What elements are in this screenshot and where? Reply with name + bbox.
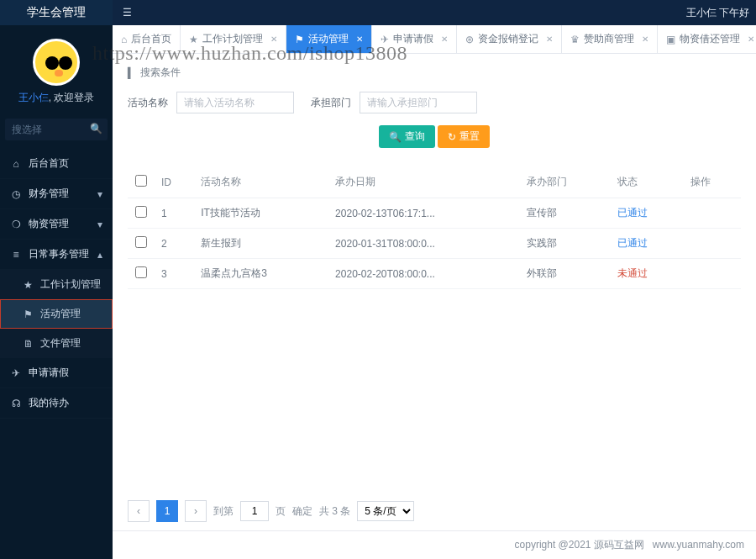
tab-label: 后台首页 [131, 32, 171, 46]
filter-dept-input[interactable] [360, 92, 477, 113]
pager-page-input[interactable] [240, 501, 269, 521]
nav-icon: ◷ [10, 188, 22, 200]
nav-item[interactable]: ◷财务管理▾ [0, 179, 113, 209]
query-button[interactable]: 🔍查询 [379, 125, 435, 148]
sub-nav-item[interactable]: ★工作计划管理 [0, 270, 113, 299]
cell-id: 2 [155, 229, 194, 259]
tab-label: 赞助商管理 [584, 32, 634, 46]
tab[interactable]: ⌂后台首页 [113, 25, 181, 53]
sidebar-search: 🔍 [5, 119, 108, 140]
nav-icon: ✈ [10, 367, 22, 379]
data-table: ID活动名称承办日期承办部门状态操作 1 IT技能节活动 2020-02-13T… [128, 166, 741, 289]
nav-icon: ≡ [10, 249, 22, 261]
tab-icon: ✈ [381, 34, 389, 45]
cell-dept: 宣传部 [520, 198, 611, 229]
welcome-text: , 欢迎登录 [49, 92, 95, 103]
tab-label: 申请请假 [393, 32, 433, 46]
close-icon[interactable]: ✕ [356, 34, 363, 44]
close-icon[interactable]: ✕ [546, 34, 553, 44]
tab-icon: ▣ [666, 34, 675, 45]
footer-copy: copyright @2021 源码互益网 [515, 539, 644, 551]
cell-id: 1 [155, 198, 194, 229]
select-all-checkbox[interactable] [135, 175, 147, 187]
footer-link[interactable]: www.yuanmahy.com [653, 539, 744, 551]
nav-label: 物资管理 [29, 217, 69, 231]
tab-label: 活动管理 [308, 32, 349, 46]
user-greeting: 王小仨 下午好 [686, 6, 756, 20]
cell-dept: 实践部 [520, 229, 611, 259]
pager-prev[interactable]: ‹ [128, 500, 150, 522]
footer: copyright @2021 源码互益网 www.yuanmahy.com [113, 530, 756, 559]
refresh-icon: ↻ [448, 131, 456, 143]
cell-name: 新生报到 [194, 229, 328, 259]
pager-size-select[interactable]: 5 条/页 [357, 501, 414, 521]
column-header: 状态 [611, 166, 685, 198]
table-row: 2 新生报到 2020-01-31T08:00:0... 实践部 已通过 [128, 229, 741, 259]
sub-nav-icon: 🗎 [24, 338, 35, 350]
pager-to-label: 到第 [213, 504, 234, 519]
column-header: 承办部门 [520, 166, 611, 198]
main-area: ☰ 王小仨 下午好 ⌂后台首页★工作计划管理✕⚑活动管理✕✈申请请假✕⊛资金报销… [113, 0, 756, 559]
search-icon: 🔍 [389, 131, 402, 143]
row-checkbox[interactable] [135, 236, 147, 248]
close-icon[interactable]: ✕ [441, 34, 448, 44]
cell-status: 已通过 [611, 198, 685, 229]
sub-nav-item[interactable]: ⚑活动管理 [0, 299, 113, 329]
tab-icon: ⊛ [465, 34, 474, 45]
nav-label: 申请请假 [29, 366, 69, 380]
sidebar: 学生会管理 王小仨, 欢迎登录 🔍 ⌂后台首页◷财务管理▾❍物资管理▾≡日常事务… [0, 0, 113, 559]
cell-id: 3 [155, 259, 194, 289]
close-icon[interactable]: ✕ [270, 34, 277, 44]
cell-dept: 外联部 [520, 259, 611, 289]
nav-item[interactable]: ☊我的待办 [0, 388, 113, 419]
topbar: ☰ 王小仨 下午好 [113, 0, 756, 25]
chevron-down-icon: ▾ [97, 219, 102, 230]
cell-date: 2020-01-31T08:00:0... [328, 229, 520, 259]
tab[interactable]: ♛赞助商管理✕ [562, 25, 658, 53]
chevron-down-icon: ▾ [97, 188, 102, 200]
nav-item[interactable]: ❍物资管理▾ [0, 209, 113, 240]
profile-block: 王小仨, 欢迎登录 [0, 25, 113, 115]
sub-nav-icon: ⚑ [24, 309, 35, 320]
hamburger-icon[interactable]: ☰ [113, 7, 141, 18]
pager-confirm[interactable]: 确定 [292, 504, 312, 519]
pager-total: 共 3 条 [319, 504, 350, 519]
reset-button[interactable]: ↻重置 [438, 125, 490, 148]
sidebar-nav: ⌂后台首页◷财务管理▾❍物资管理▾≡日常事务管理▴★工作计划管理⚑活动管理🗎文件… [0, 149, 113, 419]
nav-label: 财务管理 [29, 187, 69, 201]
filter-dept-label: 承担部门 [311, 96, 351, 110]
pager-next[interactable]: › [185, 500, 207, 522]
username: 王小仨 [18, 92, 49, 103]
tab-label: 物资借还管理 [680, 32, 740, 46]
row-checkbox[interactable] [135, 206, 147, 218]
nav-icon: ☊ [10, 398, 22, 409]
cell-status: 未通过 [611, 259, 685, 289]
tab-icon: ⌂ [121, 34, 127, 45]
sub-nav-item[interactable]: 🗎文件管理 [0, 329, 113, 358]
tab[interactable]: ▣物资借还管理✕ [658, 25, 756, 53]
brand-title: 学生会管理 [0, 0, 113, 25]
nav-item[interactable]: ≡日常事务管理▴ [0, 240, 113, 270]
row-checkbox[interactable] [135, 266, 147, 278]
nav-item[interactable]: ✈申请请假 [0, 358, 113, 388]
nav-icon: ❍ [10, 219, 22, 230]
content-area: ▍ 搜索条件 活动名称 承担部门 🔍查询 ↻重置 ID活动名称承办日期承办部门状… [113, 54, 756, 559]
vertical-icon: ▍ [128, 67, 135, 79]
nav-item[interactable]: ⌂后台首页 [0, 149, 113, 179]
close-icon[interactable]: ✕ [748, 34, 754, 44]
tab-label: 资金报销登记 [478, 32, 538, 46]
tab[interactable]: ★工作计划管理✕ [181, 25, 286, 53]
tab-icon: ♛ [570, 34, 580, 45]
cell-actions [684, 229, 741, 259]
tab[interactable]: ⊛资金报销登记✕ [457, 25, 562, 53]
close-icon[interactable]: ✕ [642, 34, 648, 44]
search-icon[interactable]: 🔍 [90, 123, 102, 134]
filter-name-label: 活动名称 [128, 96, 168, 110]
filter-name-input[interactable] [176, 92, 294, 113]
cell-date: 2020-02-13T06:17:1... [328, 198, 520, 229]
tab[interactable]: ⚑活动管理✕ [286, 25, 372, 53]
pager-page-1[interactable]: 1 [156, 500, 178, 522]
cell-name: 温柔点九宫格3 [194, 259, 328, 289]
search-legend: ▍ 搜索条件 [128, 66, 741, 80]
tab[interactable]: ✈申请请假✕ [372, 25, 457, 53]
